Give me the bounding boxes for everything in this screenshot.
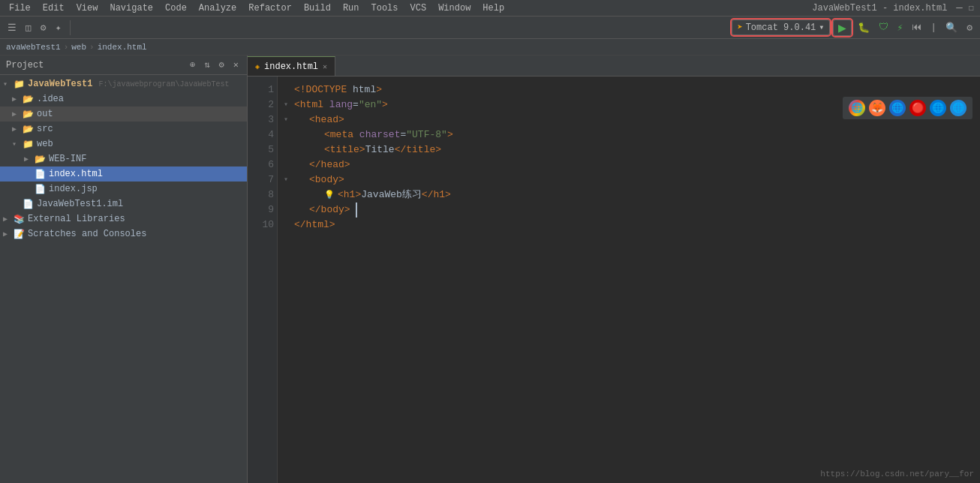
tree-arrow-web: ▾ <box>12 140 20 148</box>
stop-button[interactable]: ⏮ <box>909 20 924 34</box>
breadcrumb-part-2[interactable]: web <box>71 43 86 52</box>
tree-item-index-html[interactable]: ▶ 📄 index.html <box>0 166 247 182</box>
menu-help[interactable]: Help <box>476 0 510 16</box>
tomcat-selector[interactable]: ➤ Tomcat 9.0.41 ▾ <box>732 20 829 35</box>
menu-build[interactable]: Build <box>298 0 337 16</box>
fold-6 <box>284 158 293 172</box>
fold-5 <box>284 142 293 158</box>
menu-edit[interactable]: Edit <box>37 0 71 16</box>
menu-code[interactable]: Code <box>159 0 193 16</box>
maximize-button[interactable]: ☐ <box>966 1 977 15</box>
debug-button[interactable]: 🐛 <box>855 20 873 35</box>
sidebar-title: Project <box>6 60 183 70</box>
toolbar: ☰ ◫ ⚙ ✦ ➤ Tomcat 9.0.41 ▾ ▶ 🐛 🛡 ⚡ ⏮ | 🔍 … <box>0 16 980 39</box>
ie-icon[interactable]: 🔴 <box>909 100 926 116</box>
sidebar: Project ⊕ ⇅ ⚙ ✕ ▾ 📁 JavaWebTest1 F:\java… <box>0 56 248 483</box>
line-num-10: 10 <box>251 218 274 232</box>
code-line-7: ▾ <body> <box>284 172 974 188</box>
line-num-1: 1 <box>251 82 274 98</box>
tree-item-ext-lib[interactable]: ▶ 📚 External Libraries <box>0 212 247 226</box>
code-line-10: </html> <box>284 218 974 232</box>
tab-icon: ◈ <box>255 62 260 71</box>
fold-2[interactable]: ▾ <box>284 98 293 112</box>
edge-icon[interactable]: 🌐 <box>930 100 946 116</box>
file-icon-iml: 📄 <box>23 199 34 210</box>
sidebar-tree: ▾ 📁 JavaWebTest1 F:\javawebprogram\JavaW… <box>0 75 247 483</box>
line-num-7: 7 <box>251 172 274 188</box>
coverage-button[interactable]: 🛡 <box>876 20 891 34</box>
menu-analyze[interactable]: Analyze <box>193 0 242 16</box>
toolbar-icon-3[interactable]: ⚙ <box>38 20 50 35</box>
code-line-8: 💡<h1>JavaWeb练习</h1> <box>284 188 974 202</box>
tree-item-webinf[interactable]: ▶ 📂 WEB-INF <box>0 152 247 166</box>
breadcrumb: avaWebTest1 › web › index.html <box>0 39 980 56</box>
menu-run[interactable]: Run <box>337 0 365 16</box>
settings-btn[interactable]: ⚙ <box>963 20 975 35</box>
tree-item-out[interactable]: ▶ 📂 out <box>0 106 247 122</box>
menu-tools[interactable]: Tools <box>365 0 404 16</box>
folder-icon-out: 📂 <box>23 109 34 120</box>
tab-close-btn[interactable]: ✕ <box>323 62 327 71</box>
code-line-5: <title>Title</title> <box>284 142 974 158</box>
run-button[interactable]: ▶ <box>833 20 852 36</box>
code-content[interactable]: <!DOCTYPE html> ▾ <html lang="en"> ▾ <he… <box>278 76 980 483</box>
icon-ext-lib: 📚 <box>14 214 25 225</box>
breadcrumb-sep-2: › <box>89 43 95 52</box>
tree-arrow-src: ▶ <box>12 124 20 134</box>
sidebar-icon-settings[interactable]: ⚙ <box>217 58 227 71</box>
code-line-9: </body> <box>284 202 974 218</box>
sidebar-icon-close[interactable]: ✕ <box>231 58 241 71</box>
tree-item-idea[interactable]: ▶ 📂 .idea <box>0 92 247 106</box>
breadcrumb-part-1[interactable]: avaWebTest1 <box>6 43 61 52</box>
tree-label-webinf: WEB-INF <box>49 154 86 164</box>
fold-9 <box>284 202 293 218</box>
menu-window[interactable]: Window <box>432 0 476 16</box>
tree-label-out: out <box>37 109 53 119</box>
breadcrumb-part-3[interactable]: index.html <box>98 43 147 52</box>
fold-7[interactable]: ▾ <box>284 172 293 188</box>
tree-item-src[interactable]: ▶ 📂 src <box>0 122 247 136</box>
line-numbers: 1 2 3 4 5 6 7 8 9 10 <box>248 76 278 483</box>
tree-item-root[interactable]: ▾ 📁 JavaWebTest1 F:\javawebprogram\JavaW… <box>0 76 247 92</box>
menu-navigate[interactable]: Navigate <box>104 0 159 16</box>
menu-view[interactable]: View <box>71 0 104 16</box>
icon-scratches: 📝 <box>14 229 25 240</box>
bulb-icon[interactable]: 💡 <box>324 188 335 202</box>
toolbar-icon-4[interactable]: ✦ <box>53 20 65 35</box>
firefox-icon[interactable]: 🦊 <box>869 100 885 116</box>
toolbar-icon-2[interactable]: ◫ <box>23 20 35 35</box>
tree-label-idea: .idea <box>37 94 64 104</box>
tree-item-scratches[interactable]: ▶ 📝 Scratches and Consoles <box>0 226 247 242</box>
folder-icon-root: 📁 <box>14 79 25 90</box>
toolbar-sep: | <box>927 20 939 34</box>
menu-file[interactable]: File <box>3 0 37 16</box>
tree-arrow-webinf: ▶ <box>24 154 32 164</box>
line-num-5: 5 <box>251 142 274 158</box>
code-line-6: </head> <box>284 158 974 172</box>
toolbar-icon-1[interactable]: ☰ <box>5 20 20 35</box>
tab-index-html[interactable]: ◈ index.html ✕ <box>248 56 335 76</box>
chrome-icon[interactable]: 🌐 <box>849 100 865 116</box>
fold-3[interactable]: ▾ <box>284 112 293 128</box>
profile-button[interactable]: ⚡ <box>894 20 906 35</box>
menu-vcs[interactable]: VCS <box>404 0 433 16</box>
tree-path-root: F:\javawebprogram\JavaWebTest <box>98 80 229 88</box>
sidebar-icon-sync[interactable]: ⇅ <box>202 58 212 71</box>
line-num-4: 4 <box>251 128 274 142</box>
minimize-button[interactable]: ─ <box>953 1 965 16</box>
file-icon-index-html: 📄 <box>35 169 46 180</box>
tomcat-label: Tomcat 9.0.41 <box>746 22 816 33</box>
fold-8 <box>284 188 293 202</box>
menu-refactor[interactable]: Refactor <box>242 0 298 16</box>
text-cursor <box>350 202 358 218</box>
opera-icon[interactable]: 🌐 <box>889 100 906 116</box>
sidebar-icon-add[interactable]: ⊕ <box>188 58 197 71</box>
tree-item-iml[interactable]: ▶ 📄 JavaWebTest1.iml <box>0 196 247 212</box>
code-editor[interactable]: 1 2 3 4 5 6 7 8 9 10 <!DOCTYPE html> <box>248 76 980 483</box>
tree-item-index-jsp[interactable]: ▶ 📄 index.jsp <box>0 182 247 196</box>
tree-item-web[interactable]: ▾ 📁 web <box>0 136 247 152</box>
tree-label-web: web <box>37 139 53 149</box>
brave-icon[interactable]: 🌐 <box>950 100 966 116</box>
search-btn[interactable]: 🔍 <box>942 20 960 35</box>
tomcat-dropdown-icon: ▾ <box>819 22 824 33</box>
